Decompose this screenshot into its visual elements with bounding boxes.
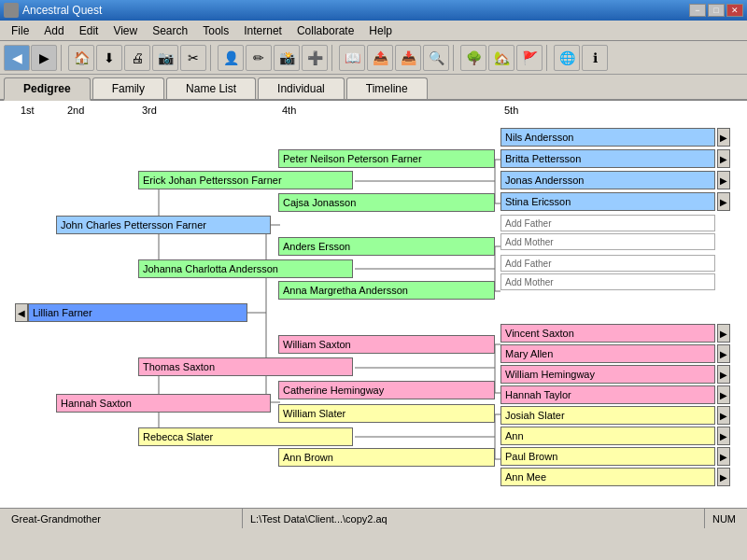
person-gen4-5[interactable]: William Saxton [278,335,495,354]
menu-bar: File Add Edit View Search Tools Internet… [0,21,747,41]
maximize-button[interactable]: □ [708,4,725,17]
info-button[interactable]: ℹ [582,45,608,71]
arrow-gen5-5[interactable]: ▶ [717,324,730,343]
nav-buttons: ◀ ▶ [4,45,57,71]
person-gen5-6[interactable]: Mary Allen [500,344,715,363]
arrow-gen5-12[interactable]: ▶ [717,468,730,486]
tab-namelist[interactable]: Name List [166,77,256,99]
status-path: L:\Test Data\Client...\copy2.aq [243,509,705,528]
photo-button[interactable]: 📸 [274,45,300,71]
menu-help[interactable]: Help [361,22,400,39]
person-gen5-2[interactable]: Britta Pettersson [500,149,715,168]
person-gen4-6[interactable]: Catherine Hemingway [278,381,495,399]
camera-button[interactable]: 📷 [152,45,178,71]
status-num: NUM [705,509,743,528]
root-left-arrow[interactable]: ◀ [15,303,28,322]
tab-bar: Pedigree Family Name List Individual Tim… [0,75,747,101]
add-father-1[interactable]: Add Father [500,215,715,231]
gen-label-1: 1st [21,105,35,116]
menu-file[interactable]: File [4,22,36,39]
globe-button[interactable]: 🌐 [554,45,580,71]
person-gen5-5[interactable]: Vincent Saxton [500,324,715,343]
person-gen5-11[interactable]: Paul Brown [500,447,715,466]
search-button[interactable]: 🔍 [423,45,449,71]
person-gen5-3[interactable]: Jonas Andersson [500,171,715,189]
print-button[interactable]: 🖨 [124,45,150,71]
person-root[interactable]: Lillian Farner [28,303,247,322]
person-gen5-7[interactable]: William Hemingway [500,365,715,384]
edit-person-button[interactable]: ✏ [246,45,272,71]
menu-add[interactable]: Add [36,22,71,39]
person-gen4-2[interactable]: Cajsa Jonasson [278,193,495,212]
person-gen4-3[interactable]: Anders Ersson [278,237,495,256]
tab-family[interactable]: Family [92,77,164,99]
title-bar: Ancestral Quest − □ ✕ [0,0,747,21]
add-mother-1[interactable]: Add Mother [500,233,715,250]
import-button[interactable]: 📥 [395,45,421,71]
tab-pedigree[interactable]: Pedigree [4,77,91,101]
minimize-button[interactable]: − [689,4,706,17]
arrow-gen5-1[interactable]: ▶ [717,128,730,147]
export-button[interactable]: 📤 [367,45,393,71]
person-gen5-12[interactable]: Ann Mee [500,468,715,486]
arrow-gen5-2[interactable]: ▶ [717,149,730,168]
scissors-button[interactable]: ✂ [180,45,206,71]
status-relation: Great-Grandmother [4,509,243,528]
person-gen2-2[interactable]: Hannah Saxton [56,394,271,413]
person-gen5-8[interactable]: Hannah Taylor [500,385,715,404]
arrow-gen5-8[interactable]: ▶ [717,385,730,404]
arrow-gen5-10[interactable]: ▶ [717,427,730,445]
person-gen3-1[interactable]: Erick Johan Pettersson Farner [138,171,353,189]
person-gen3-4[interactable]: Rebecca Slater [138,427,353,446]
person-gen2-1[interactable]: John Charles Pettersson Farner [56,216,271,234]
close-button[interactable]: ✕ [726,4,743,17]
menu-collaborate[interactable]: Collaborate [289,22,361,39]
arrow-gen5-3[interactable]: ▶ [717,171,730,189]
person-gen5-10[interactable]: Ann [500,427,715,445]
tab-individual[interactable]: Individual [258,77,345,99]
gen-label-4: 4th [282,105,296,116]
gen-label-5: 5th [504,105,518,116]
person-gen3-3[interactable]: Thomas Saxton [138,357,353,376]
title-bar-title: Ancestral Quest [22,4,689,17]
person-gen5-1[interactable]: Nils Andersson [500,128,715,147]
title-bar-buttons: − □ ✕ [689,4,743,17]
person-gen4-7[interactable]: William Slater [278,404,495,423]
app-icon [4,3,19,18]
status-bar: Great-Grandmother L:\Test Data\Client...… [0,508,747,528]
person-gen5-4[interactable]: Stina Ericsson [500,192,715,211]
arrow-gen5-9[interactable]: ▶ [717,406,730,425]
menu-search[interactable]: Search [145,22,195,39]
back-button[interactable]: ◀ [4,45,30,71]
arrow-gen5-11[interactable]: ▶ [717,447,730,466]
person-gen4-1[interactable]: Peter Neilson Peterson Farner [278,149,495,168]
pedigree-area: 1st 2nd 3rd 4th 5th [0,101,747,508]
arrow-gen5-7[interactable]: ▶ [717,365,730,384]
add-person-button[interactable]: ➕ [302,45,328,71]
person-gen5-9[interactable]: Josiah Slater [500,406,715,425]
person-button[interactable]: 👤 [218,45,244,71]
person-gen4-4[interactable]: Anna Margretha Andersson [278,281,495,300]
gen-label-3: 3rd [142,105,157,116]
add-father-2[interactable]: Add Father [500,255,715,272]
arrow-gen5-4[interactable]: ▶ [717,192,730,211]
book-button[interactable]: 📖 [339,45,365,71]
menu-tools[interactable]: Tools [195,22,236,39]
flag-button[interactable]: 🚩 [516,45,543,71]
tree-button[interactable]: 🌳 [460,45,486,71]
tab-timeline[interactable]: Timeline [346,77,428,99]
home-button[interactable]: 🏠 [68,45,94,71]
gen-label-2: 2nd [67,105,84,116]
menu-view[interactable]: View [106,22,145,39]
menu-internet[interactable]: Internet [236,22,289,39]
down-arrow-button[interactable]: ⬇ [96,45,122,71]
person-gen4-8[interactable]: Ann Brown [278,448,495,467]
menu-edit[interactable]: Edit [72,22,106,39]
house-button[interactable]: 🏡 [488,45,514,71]
toolbar: ◀ ▶ 🏠 ⬇ 🖨 📷 ✂ 👤 ✏ 📸 ➕ 📖 📤 📥 🔍 🌳 🏡 🚩 🌐 ℹ [0,41,747,75]
forward-button[interactable]: ▶ [31,45,57,71]
add-mother-2[interactable]: Add Mother [500,273,715,290]
person-gen3-2[interactable]: Johanna Charlotta Andersson [138,259,353,278]
arrow-gen5-6[interactable]: ▶ [717,344,730,363]
